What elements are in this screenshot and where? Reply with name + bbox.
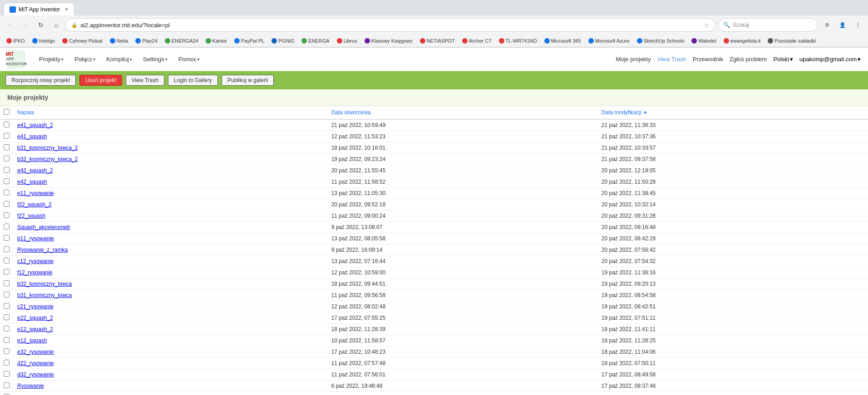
row-checkbox[interactable] xyxy=(4,156,10,161)
bookmark-item-ipko[interactable]: iPKO xyxy=(4,37,28,44)
login-gallery-button[interactable]: Login to Gallery xyxy=(168,75,218,86)
address-bar[interactable]: 🔒 ai2.appinventor.mit.edu/?locale=pl ☆ xyxy=(65,18,715,32)
row-checkbox[interactable] xyxy=(4,133,10,139)
new-project-button[interactable]: Rozpocznij nowy projekt xyxy=(5,75,76,86)
project-name-link[interactable]: d22_rysowanie xyxy=(17,360,54,366)
row-checkbox[interactable] xyxy=(4,212,10,218)
bookmark-item-netiaspot[interactable]: NETIASPOT xyxy=(417,37,458,44)
bookmark-item-klasowy-księgowy[interactable]: Klasowy Księgowy xyxy=(362,37,415,44)
row-checkbox[interactable] xyxy=(4,122,10,127)
project-name-link[interactable]: f12_rysowanie xyxy=(17,269,52,276)
bookmark-item-wakelet[interactable]: Wakelet xyxy=(689,37,719,44)
bookmark-item-microsoft-365[interactable]: Microsoft 365 xyxy=(542,37,584,44)
browser-tab[interactable]: MIT App Inventor ✕ xyxy=(4,3,74,15)
row-checkbox[interactable] xyxy=(4,258,10,263)
forward-button[interactable]: → xyxy=(19,19,32,31)
project-name-link[interactable]: f22_squash xyxy=(17,213,45,219)
project-name-link[interactable]: e41_squash_2 xyxy=(17,122,53,128)
publish-gallery-button[interactable]: Publikuj w galerii xyxy=(222,75,274,86)
row-checkbox[interactable] xyxy=(4,201,10,207)
header-user-email[interactable]: upakomp@gmail.com ▾ xyxy=(799,56,861,63)
bookmark-item-sketchup-schools[interactable]: SketchUp Schools xyxy=(634,37,687,44)
header-zglos-problem[interactable]: Zgłoś problem xyxy=(730,56,767,63)
select-all-checkbox[interactable] xyxy=(4,109,10,115)
project-name-link[interactable]: b32_kosmiczny_lowca xyxy=(17,281,72,287)
reload-button[interactable]: ↻ xyxy=(35,19,47,31)
nav-item-settings[interactable]: Settings ▾ xyxy=(138,53,172,65)
project-name-link[interactable]: b32_kosmiczny_lowca_2 xyxy=(17,156,78,162)
header-moje-projekty[interactable]: Moje projekty xyxy=(616,56,651,63)
bookmark-item-play24[interactable]: Play24 xyxy=(133,37,160,44)
bookmark-item-microsoft-azure[interactable]: Microsoft Azure xyxy=(586,37,632,44)
header-language[interactable]: Polski ▾ xyxy=(773,56,793,63)
home-button[interactable]: ⌂ xyxy=(50,19,63,31)
row-checkbox[interactable] xyxy=(4,167,10,173)
bookmark-item-netia[interactable]: Netia xyxy=(107,37,131,44)
extensions-button[interactable]: ⚙ xyxy=(821,19,833,31)
row-checkbox[interactable] xyxy=(4,144,10,150)
back-button[interactable]: ← xyxy=(4,19,16,31)
row-checkbox[interactable] xyxy=(4,360,10,366)
bookmark-icon[interactable]: ☆ xyxy=(704,22,710,29)
bookmark-item-archer-c7[interactable]: Archer C7 xyxy=(459,37,494,44)
header-modified[interactable]: Data modyfikacji ▼ xyxy=(598,106,868,119)
row-checkbox[interactable] xyxy=(4,235,10,241)
row-checkbox[interactable] xyxy=(4,371,10,377)
bookmark-item-tl-wr741nd[interactable]: TL-WR741ND xyxy=(496,37,540,44)
profile-button[interactable]: 👤 xyxy=(836,19,849,31)
bookmark-item-pgnig[interactable]: PGNiG xyxy=(269,37,297,44)
bookmark-item-energa[interactable]: ENERGA xyxy=(299,37,332,44)
view-trash-button[interactable]: View Trash xyxy=(126,75,164,86)
tab-close-icon[interactable]: ✕ xyxy=(64,6,69,12)
header-przewodnik[interactable]: Przewodnik xyxy=(693,56,723,63)
project-name-link[interactable]: c12_rysowanie xyxy=(17,258,54,264)
bookmark-item-ewangelista.it[interactable]: ewangelista.it xyxy=(721,37,764,44)
bookmark-item-pozostałe-zakładki[interactable]: Pozostałe zakładki xyxy=(765,37,819,44)
header-created[interactable]: Data utworzenia xyxy=(328,106,598,119)
row-checkbox[interactable] xyxy=(4,337,10,343)
bookmark-item-kantor[interactable]: Kantor xyxy=(203,37,230,44)
bookmark-item-paypal-pl[interactable]: PayPal PL xyxy=(232,37,267,44)
project-name-link[interactable]: b11_rysowanie xyxy=(17,235,54,242)
nav-item-polacz[interactable]: Połącz ▾ xyxy=(70,53,100,65)
row-checkbox[interactable] xyxy=(4,303,10,309)
project-name-link[interactable]: e12_squash_2 xyxy=(17,326,53,332)
header-name[interactable]: Nazwa xyxy=(14,106,328,119)
project-name-link[interactable]: e42_squash_2 xyxy=(17,167,53,174)
project-name-link[interactable]: c21_rysowanie xyxy=(17,303,54,310)
project-name-link[interactable]: d32_rysowanie xyxy=(17,371,54,378)
row-checkbox[interactable] xyxy=(4,246,10,252)
project-name-link[interactable]: b31_kosmiczny_lowca xyxy=(17,292,72,298)
row-checkbox[interactable] xyxy=(4,269,10,275)
row-checkbox[interactable] xyxy=(4,280,10,286)
project-name-link[interactable]: e22_squash_2 xyxy=(17,315,53,321)
row-checkbox[interactable] xyxy=(4,348,10,354)
nav-item-pomoc[interactable]: Pomoc ▾ xyxy=(174,53,204,65)
row-checkbox[interactable] xyxy=(4,178,10,184)
row-checkbox[interactable] xyxy=(4,326,10,332)
project-name-link[interactable]: b31_kosmiczny_lowca_2 xyxy=(17,145,78,151)
project-name-link[interactable]: e41_squash xyxy=(17,133,47,140)
bookmark-item-cyfrowy-polsat[interactable]: Cyfrowy Polsat xyxy=(59,37,105,44)
row-checkbox[interactable] xyxy=(4,292,10,297)
row-checkbox[interactable] xyxy=(4,382,10,388)
row-checkbox[interactable] xyxy=(4,224,10,229)
project-name-link[interactable]: Rysowanie xyxy=(17,383,44,389)
delete-project-button[interactable]: Usuń projekt xyxy=(79,75,122,86)
row-checkbox[interactable] xyxy=(4,314,10,320)
row-checkbox[interactable] xyxy=(4,190,10,195)
nav-item-kompiluj[interactable]: Kompiluj ▾ xyxy=(102,53,137,65)
project-name-link[interactable]: f22_squash_2 xyxy=(17,201,51,208)
header-view-trash[interactable]: View Trash xyxy=(657,56,686,63)
project-name-link[interactable]: e32_rysowanie xyxy=(17,349,54,355)
bookmark-item-librus[interactable]: Librus xyxy=(334,37,360,44)
project-name-link[interactable]: e12_squash xyxy=(17,337,47,344)
bookmark-item-inteligo[interactable]: Inteligo xyxy=(30,37,58,44)
bookmark-item-energa24[interactable]: ENERGA24 xyxy=(162,37,201,44)
project-name-link[interactable]: Squash_akcelerometr xyxy=(17,224,70,230)
menu-button[interactable]: ⋮ xyxy=(852,19,864,31)
search-bar[interactable]: 🔍 Szukaj xyxy=(718,18,818,32)
nav-item-projekty[interactable]: Projekty ▾ xyxy=(35,53,68,65)
project-name-link[interactable]: e42_squash xyxy=(17,179,47,185)
project-name-link[interactable]: e11_rysowanie xyxy=(17,190,54,196)
